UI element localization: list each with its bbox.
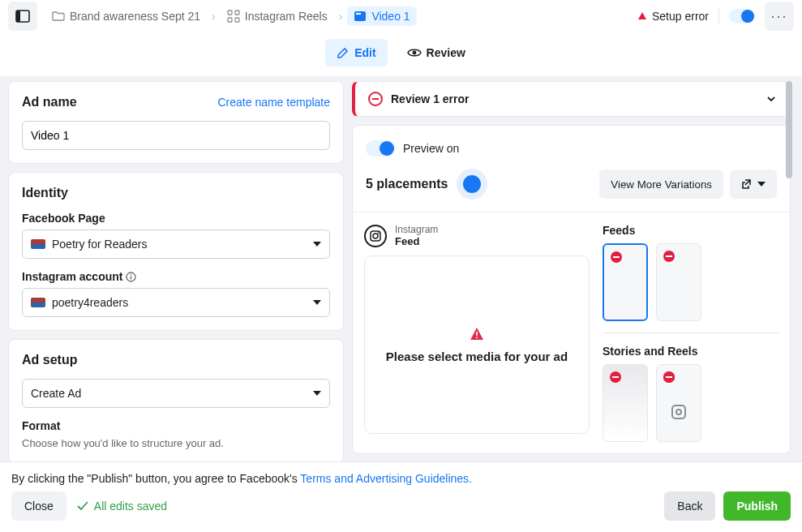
eye-icon	[407, 45, 422, 60]
card-title: Ad name	[22, 95, 77, 109]
instagram-icon	[364, 225, 387, 247]
format-help: Choose how you'd like to structure your …	[22, 437, 330, 449]
placement-thumb-feeds-2[interactable]	[656, 243, 701, 321]
facebook-page-select[interactable]: Poetry for Readers	[22, 230, 330, 259]
page-thumb-icon	[31, 298, 45, 307]
create-template-link[interactable]: Create name template	[217, 96, 330, 109]
tab-row: Edit Review	[0, 32, 802, 76]
header: Brand awareness Sept 21 › Instagram Reel…	[0, 0, 802, 32]
svg-rect-15	[476, 332, 478, 336]
crumb-ad[interactable]: Video 1	[347, 6, 416, 26]
back-button[interactable]: Back	[664, 491, 715, 521]
svg-rect-6	[354, 11, 366, 21]
panel-toggle-button[interactable]	[8, 2, 37, 31]
svg-point-13	[373, 234, 378, 238]
svg-rect-10	[131, 276, 131, 279]
caret-down-icon	[313, 242, 321, 247]
preview-card: Preview on 5 placements View More Variat…	[352, 125, 791, 454]
select-value: poetry4readers	[52, 296, 128, 309]
crumb-label: Video 1	[371, 10, 410, 23]
share-icon	[741, 178, 753, 190]
error-badge-icon	[610, 371, 621, 383]
svg-rect-12	[371, 231, 380, 241]
svg-rect-7	[356, 13, 361, 15]
chevron-right-icon: ›	[339, 10, 343, 23]
svg-rect-11	[131, 274, 131, 275]
terms-text: By clicking the "Publish" button, you ag…	[0, 462, 802, 491]
more-button[interactable]: ···	[765, 2, 794, 31]
identity-card: Identity Facebook Page Poetry for Reader…	[8, 172, 344, 331]
facebook-page-label: Facebook Page	[22, 212, 330, 225]
svg-rect-16	[476, 337, 478, 338]
crumb-campaign[interactable]: Brand awareness Sept 21	[45, 6, 207, 26]
preview-toggle[interactable]	[366, 140, 395, 157]
error-banner[interactable]: Review 1 error	[352, 81, 791, 117]
crumb-label: Brand awareness Sept 21	[70, 10, 200, 23]
view-more-button[interactable]: View More Variations	[599, 169, 723, 199]
source-name: Feed	[395, 235, 438, 247]
status-error: Setup error	[637, 10, 709, 23]
preview-toggle-label: Preview on	[403, 142, 459, 155]
status-label: Setup error	[652, 10, 709, 23]
source-label: Instagram	[395, 224, 438, 235]
tab-label: Edit	[354, 46, 375, 59]
warning-icon	[470, 327, 484, 341]
warn-text: Please select media for your ad	[386, 350, 568, 363]
stories-heading: Stories and Reels	[603, 345, 778, 358]
left-column: Ad name Create name template Identity Fa…	[8, 76, 344, 461]
card-title: Identity	[22, 186, 68, 200]
error-badge-icon	[611, 251, 622, 263]
crumb-adset[interactable]: Instagram Reels	[221, 6, 334, 26]
page-thumb-icon	[31, 239, 45, 249]
error-badge-icon	[663, 251, 675, 262]
crumb-label: Instagram Reels	[245, 10, 328, 23]
pencil-icon	[337, 46, 350, 59]
header-toggle[interactable]	[729, 9, 755, 24]
error-triangle-icon	[637, 11, 647, 21]
info-icon[interactable]	[126, 272, 136, 282]
format-label: Format	[22, 419, 330, 432]
instagram-select[interactable]: poetry4readers	[22, 288, 330, 317]
svg-rect-2	[228, 11, 232, 15]
tab-edit[interactable]: Edit	[325, 39, 387, 66]
publish-button[interactable]: Publish	[723, 491, 791, 521]
error-badge-icon	[663, 371, 675, 383]
ad-icon	[354, 10, 367, 23]
close-button[interactable]: Close	[11, 491, 66, 521]
check-icon	[76, 500, 89, 513]
share-dropdown-button[interactable]	[730, 169, 777, 199]
breadcrumb: Brand awareness Sept 21 › Instagram Reel…	[45, 6, 629, 26]
error-circle-icon	[368, 92, 383, 106]
instagram-icon	[671, 405, 686, 419]
tab-label: Review	[427, 46, 465, 59]
ad-setup-card: Ad setup Create Ad Format Choose how you…	[8, 339, 344, 461]
ad-name-input[interactable]	[22, 121, 330, 150]
select-value: Create Ad	[31, 387, 81, 400]
saved-status: All edits saved	[76, 500, 167, 513]
svg-rect-4	[228, 18, 232, 22]
folder-icon	[52, 10, 65, 23]
placements-title: 5 placements	[366, 177, 448, 191]
tab-review[interactable]: Review	[396, 39, 477, 66]
feeds-heading: Feeds	[603, 224, 778, 237]
loading-dot-icon	[463, 175, 481, 193]
placement-thumb-stories-2[interactable]	[656, 364, 701, 442]
svg-rect-3	[235, 11, 239, 15]
scrollbar[interactable]	[786, 81, 792, 178]
terms-link[interactable]: Terms and Advertising Guidelines.	[300, 472, 472, 485]
placement-thumb-stories-1[interactable]	[603, 364, 648, 442]
footer: By clicking the "Publish" button, you ag…	[0, 461, 802, 532]
placement-thumb-feeds-1[interactable]	[603, 243, 648, 321]
svg-point-14	[378, 232, 380, 234]
select-value: Poetry for Readers	[52, 238, 148, 251]
svg-rect-5	[235, 18, 239, 22]
instagram-label: Instagram account	[22, 270, 122, 283]
svg-point-8	[412, 51, 416, 55]
svg-rect-1	[16, 11, 20, 22]
ad-setup-select[interactable]: Create Ad	[22, 379, 330, 408]
chevron-down-icon	[766, 93, 777, 105]
caret-down-icon	[313, 391, 321, 396]
chevron-right-icon: ›	[212, 10, 216, 23]
preview-box: Please select media for your ad	[364, 255, 590, 434]
caret-down-icon	[313, 300, 321, 305]
